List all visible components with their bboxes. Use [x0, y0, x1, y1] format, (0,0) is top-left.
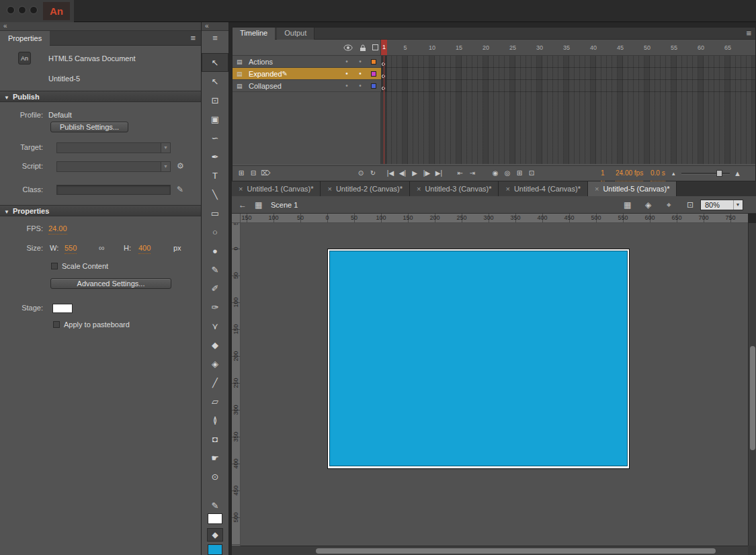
- zoom-tool[interactable]: ⊙: [202, 467, 228, 486]
- class-input[interactable]: [56, 185, 171, 195]
- panel-collapse-strip[interactable]: «: [0, 22, 201, 31]
- stage-object[interactable]: [329, 251, 628, 466]
- layer-visibility-dot[interactable]: •: [340, 70, 353, 77]
- publish-section-header[interactable]: ▼Publish: [0, 91, 201, 102]
- back-arrow-icon[interactable]: ←: [239, 196, 247, 214]
- fill-color-swatch[interactable]: [208, 544, 222, 555]
- selection-tool[interactable]: ↖: [202, 53, 228, 72]
- go-to-first-frame-button[interactable]: |◀: [385, 166, 396, 181]
- vertical-scrollbar[interactable]: [748, 223, 756, 546]
- target-dropdown[interactable]: ▼: [56, 142, 171, 153]
- document-tab[interactable]: ×Untitled-2 (Canvas)*: [321, 181, 409, 196]
- layer-lock-dot[interactable]: •: [353, 82, 367, 89]
- pencil-tool[interactable]: ✎: [202, 260, 228, 279]
- tab-output[interactable]: Output: [277, 28, 314, 40]
- edit-symbols-button[interactable]: ◈: [645, 196, 651, 214]
- layer-frames-row[interactable]: [381, 80, 755, 92]
- collapse-panel-icon[interactable]: «: [3, 22, 7, 30]
- close-tab-icon[interactable]: ×: [417, 185, 421, 193]
- tab-timeline[interactable]: Timeline: [233, 28, 275, 40]
- chevron-down-icon[interactable]: ▼: [733, 200, 742, 210]
- publish-settings-button[interactable]: Publish Settings...: [50, 122, 128, 132]
- current-frame-counter[interactable]: 1: [601, 166, 605, 181]
- link-dimensions-icon[interactable]: ∞: [99, 243, 105, 253]
- fill-color-bucket-icon[interactable]: ◆: [207, 528, 223, 542]
- script-settings-wrench-icon[interactable]: ⚙: [177, 161, 184, 171]
- oval-primitive-tool[interactable]: ●: [202, 241, 228, 260]
- onion-skin-button[interactable]: ◉: [490, 166, 501, 181]
- step-forward-button[interactable]: |▶: [421, 166, 432, 181]
- layer-outline-color-swatch[interactable]: [371, 71, 376, 77]
- layer-visibility-dot[interactable]: •: [340, 58, 353, 65]
- loop-button[interactable]: ↻: [368, 166, 378, 181]
- document-tab[interactable]: ×Untitled-1 (Canvas)*: [232, 181, 321, 196]
- width-value[interactable]: 550: [65, 243, 77, 254]
- layer-row-expanded[interactable]: ▤Expanded✎••: [233, 68, 381, 80]
- collapse-panel-icon[interactable]: «: [205, 22, 209, 30]
- layer-frames-row[interactable]: [381, 68, 755, 80]
- fps-value[interactable]: 24.00: [48, 224, 67, 234]
- oval-tool[interactable]: ○: [202, 222, 228, 241]
- document-tab[interactable]: ×Untitled-5 (Canvas)*: [588, 181, 677, 196]
- chevron-down-icon[interactable]: ▼: [161, 143, 170, 153]
- text-tool[interactable]: T: [202, 166, 228, 185]
- edit-multiple-frames-button[interactable]: ⊞: [514, 166, 525, 181]
- layer-outline-color-swatch[interactable]: [371, 59, 376, 65]
- window-close-button[interactable]: [7, 6, 15, 14]
- timeline-zoom-in-icon[interactable]: ▲: [734, 166, 741, 181]
- height-value[interactable]: 400: [138, 243, 151, 254]
- new-folder-button[interactable]: ⊟: [248, 166, 259, 181]
- apply-to-pasteboard-checkbox[interactable]: [53, 321, 60, 328]
- insert-frames-button[interactable]: ⇥: [467, 166, 478, 181]
- bone-tool[interactable]: ⋎: [202, 316, 228, 335]
- panel-menu-icon[interactable]: ≡: [190, 31, 196, 46]
- close-tab-icon[interactable]: ×: [327, 185, 331, 193]
- layer-lock-dot[interactable]: •: [353, 70, 367, 77]
- eyedropper-tool[interactable]: ╱: [202, 373, 228, 392]
- layer-outline-color-swatch[interactable]: [371, 83, 376, 89]
- layer-row-actions[interactable]: ▤Actions••: [233, 56, 381, 68]
- eraser-tool[interactable]: ▱: [202, 392, 228, 411]
- timeline-zoom-knob[interactable]: [716, 170, 722, 177]
- scale-content-checkbox[interactable]: [51, 263, 58, 269]
- edit-scene-button[interactable]: ▦: [624, 196, 631, 214]
- close-tab-icon[interactable]: ×: [595, 185, 599, 193]
- brush-tool[interactable]: ✐: [202, 279, 228, 298]
- timeline-zoom-out-icon[interactable]: ▴: [672, 166, 675, 181]
- delete-layer-button[interactable]: ⌦: [260, 166, 271, 181]
- go-to-last-frame-button[interactable]: ▶|: [433, 166, 444, 181]
- stroke-color-pencil-icon[interactable]: ✎: [202, 501, 228, 511]
- document-tab[interactable]: ×Untitled-3 (Canvas)*: [410, 181, 499, 196]
- window-zoom-button[interactable]: [30, 6, 38, 14]
- show-all-layers-as-outlines-icon[interactable]: [372, 44, 378, 50]
- onion-skin-outlines-button[interactable]: ◎: [502, 166, 513, 181]
- zoom-level-select[interactable]: 80% ▼: [700, 200, 743, 210]
- script-dropdown[interactable]: ▼: [56, 161, 171, 172]
- width-tool[interactable]: ≬: [202, 411, 228, 429]
- rectangle-tool[interactable]: ▭: [202, 204, 228, 222]
- vertical-scrollbar-thumb[interactable]: [750, 346, 755, 450]
- paint-brush-tool[interactable]: ✑: [202, 298, 228, 316]
- stage-color-swatch[interactable]: [52, 304, 73, 313]
- lasso-tool[interactable]: ∽: [202, 128, 228, 147]
- paint-bucket-tool[interactable]: ◆: [202, 335, 228, 354]
- timeline-menu-icon[interactable]: ≡: [746, 26, 751, 41]
- stage[interactable]: [327, 249, 630, 469]
- tab-properties[interactable]: Properties: [0, 31, 50, 46]
- tools-collapse-strip[interactable]: «: [202, 22, 228, 31]
- document-tab[interactable]: ×Untitled-4 (Canvas)*: [499, 181, 587, 196]
- layer-lock-dot[interactable]: •: [353, 58, 367, 65]
- timeline-zoom-slider[interactable]: [681, 173, 730, 175]
- stroke-color-swatch[interactable]: [208, 513, 222, 524]
- remove-frames-button[interactable]: ⇤: [455, 166, 466, 181]
- play-button[interactable]: ▶: [409, 166, 420, 181]
- gradient-transform-tool[interactable]: ▣: [202, 110, 228, 128]
- playhead-line[interactable]: [384, 56, 384, 164]
- clip-content-button[interactable]: ⊡: [687, 196, 694, 214]
- subselection-tool[interactable]: ↖: [202, 72, 228, 91]
- advanced-settings-button[interactable]: Advanced Settings...: [50, 278, 171, 289]
- scene-name-label[interactable]: Scene 1: [271, 196, 298, 214]
- class-edit-pencil-icon[interactable]: ✎: [177, 185, 183, 195]
- center-frame-button[interactable]: ⊙: [355, 166, 366, 181]
- layer-visibility-dot[interactable]: •: [340, 82, 353, 89]
